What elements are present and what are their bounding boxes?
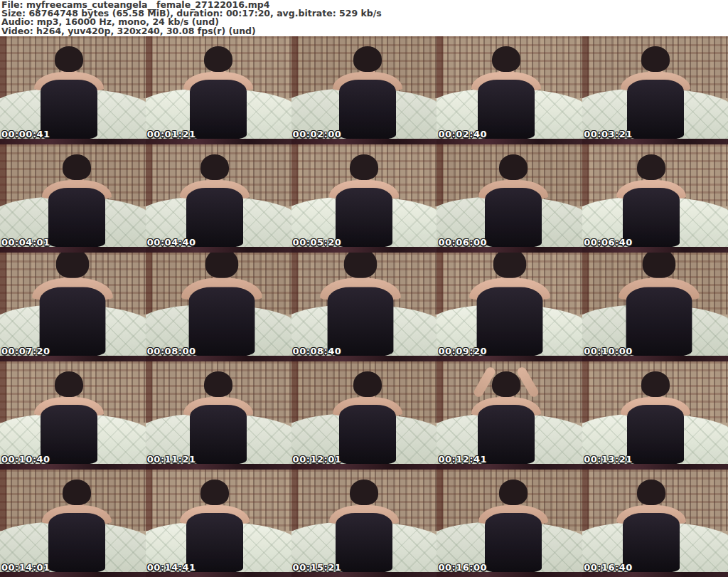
hair xyxy=(344,253,377,277)
hair xyxy=(643,253,675,277)
hair xyxy=(55,371,83,397)
thumbnail-cell: 00:10:00 xyxy=(582,253,728,361)
person-silhouette xyxy=(605,480,697,573)
contact-sheet-page: File: myfreecams_cuteangela__female_2712… xyxy=(0,0,728,577)
person-silhouette xyxy=(460,371,552,465)
hair xyxy=(641,371,670,397)
thumbnail-cell: 00:16:40 xyxy=(582,470,728,577)
timestamp-label: 00:16:40 xyxy=(584,562,633,573)
thumbnail-cell: 00:15:21 xyxy=(291,470,437,577)
thumbnail-cell: 00:02:00 xyxy=(291,36,437,144)
hair xyxy=(499,154,528,180)
torso xyxy=(626,287,692,356)
header-line-video: Video: h264, yuv420p, 320x240, 30.08 fps… xyxy=(1,27,728,36)
hair xyxy=(55,46,83,72)
thumbnail-cell: 00:14:41 xyxy=(146,470,291,577)
hair xyxy=(350,154,378,180)
person-silhouette xyxy=(456,253,563,356)
hair xyxy=(492,46,520,72)
thumbnail-cell: 00:01:21 xyxy=(146,36,291,144)
torso xyxy=(190,405,247,465)
frame-bottom-strip xyxy=(437,247,582,253)
hair xyxy=(637,480,665,505)
hair xyxy=(63,480,91,505)
hair xyxy=(205,253,238,277)
thumbnail-grid: 00:00:4100:01:2100:02:0000:02:4000:03:21… xyxy=(0,36,728,577)
thumbnail-cell: 00:00:41 xyxy=(0,36,146,144)
person-silhouette xyxy=(31,480,123,573)
thumbnail-cell: 00:04:01 xyxy=(0,144,146,253)
thumbnail-cell: 00:06:00 xyxy=(437,144,582,253)
frame-bottom-strip xyxy=(146,139,291,144)
frame-bottom-strip xyxy=(0,139,146,144)
hair xyxy=(204,371,232,397)
person-silhouette xyxy=(321,371,414,465)
torso xyxy=(336,513,392,573)
thumbnail-image xyxy=(146,470,291,577)
thumbnail-cell: 00:04:40 xyxy=(146,144,291,253)
frame-bottom-strip xyxy=(582,247,728,253)
torso xyxy=(190,80,247,139)
frame-bottom-strip xyxy=(291,247,437,253)
person-silhouette xyxy=(19,253,127,356)
frame-bottom-strip xyxy=(582,139,728,144)
torso xyxy=(627,405,684,465)
timestamp-label: 00:12:01 xyxy=(293,454,342,465)
thumbnail-cell: 00:10:40 xyxy=(0,361,146,470)
timestamp-label: 00:15:21 xyxy=(293,562,342,573)
timestamp-label: 00:10:00 xyxy=(584,346,633,356)
person-silhouette xyxy=(609,371,702,465)
thumbnail-cell: 00:09:20 xyxy=(437,253,582,361)
timestamp-label: 00:03:21 xyxy=(584,129,633,139)
person-silhouette xyxy=(23,371,115,465)
torso xyxy=(485,188,542,248)
timestamp-label: 00:02:00 xyxy=(293,129,342,139)
person-silhouette xyxy=(609,46,702,139)
thumbnail-cell: 00:12:41 xyxy=(437,361,582,470)
hair xyxy=(350,480,378,505)
person-silhouette xyxy=(168,480,261,573)
torso xyxy=(485,513,542,573)
thumbnail-cell: 00:08:00 xyxy=(146,253,291,361)
frame-bottom-strip xyxy=(0,247,146,253)
timestamp-label: 00:13:21 xyxy=(584,454,633,465)
thumbnail-cell: 00:08:40 xyxy=(291,253,437,361)
hair xyxy=(353,371,382,397)
timestamp-label: 00:05:20 xyxy=(293,237,342,248)
person-silhouette xyxy=(318,480,410,573)
hair xyxy=(493,253,526,277)
thumbnail-image xyxy=(0,470,146,577)
torso xyxy=(48,513,105,573)
timestamp-label: 00:07:20 xyxy=(1,346,50,356)
person-silhouette xyxy=(318,154,410,248)
torso xyxy=(339,405,396,465)
hair xyxy=(200,154,229,180)
timestamp-label: 00:10:40 xyxy=(1,454,50,465)
thumbnail-cell: 00:14:01 xyxy=(0,470,146,577)
timestamp-label: 00:09:20 xyxy=(438,346,487,356)
frame-bottom-strip xyxy=(291,139,437,144)
timestamp-label: 00:12:41 xyxy=(438,454,487,465)
timestamp-label: 00:14:41 xyxy=(147,562,196,573)
thumbnail-cell: 00:12:01 xyxy=(291,361,437,470)
frame-bottom-strip xyxy=(437,139,582,144)
hair xyxy=(200,480,229,505)
timestamp-label: 00:00:41 xyxy=(1,129,50,139)
torso xyxy=(336,188,392,248)
torso xyxy=(48,188,105,248)
person-silhouette xyxy=(23,46,115,139)
thumbnail-cell: 00:11:21 xyxy=(146,361,291,470)
person-silhouette xyxy=(605,154,697,248)
timestamp-label: 00:14:01 xyxy=(1,562,50,573)
timestamp-label: 00:16:00 xyxy=(438,562,487,573)
person-silhouette xyxy=(168,154,261,248)
timestamp-label: 00:08:00 xyxy=(147,346,196,356)
torso xyxy=(189,287,255,356)
torso xyxy=(627,80,684,139)
person-silhouette xyxy=(172,46,264,139)
thumbnail-cell: 00:05:20 xyxy=(291,144,437,253)
timestamp-label: 00:02:40 xyxy=(438,129,487,139)
person-silhouette xyxy=(460,46,552,139)
thumbnail-image xyxy=(291,470,437,577)
hair xyxy=(204,46,232,72)
